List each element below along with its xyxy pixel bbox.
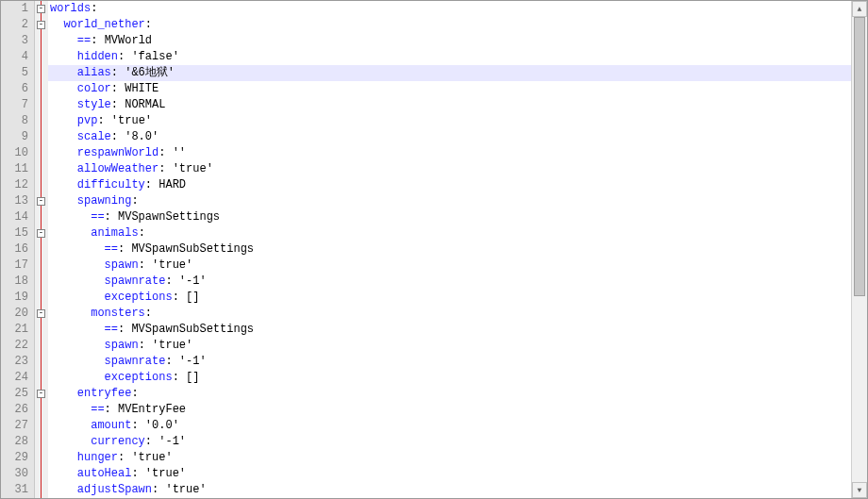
fold-toggle-icon[interactable]: - [37, 21, 45, 29]
code-content[interactable]: spawn: 'true' [48, 338, 867, 354]
code-content[interactable]: respawnWorld: '' [48, 145, 867, 161]
code-content[interactable]: worlds: [48, 1, 867, 17]
yaml-key: exceptions [50, 291, 173, 304]
code-content[interactable]: pvp: 'true' [48, 113, 867, 129]
code-content[interactable]: alias: '&6地狱' [48, 65, 867, 81]
code-content[interactable]: color: WHITE [48, 81, 867, 97]
code-line[interactable]: 21 ==: MVSpawnSubSettings [1, 322, 867, 338]
vertical-scrollbar[interactable]: ▲ ▼ [851, 1, 867, 498]
code-line[interactable]: 27 amount: '0.0' [1, 418, 867, 434]
code-line[interactable]: 9 scale: '8.0' [1, 129, 867, 145]
code-content[interactable]: hunger: 'true' [48, 450, 867, 466]
code-content[interactable]: ==: MVSpawnSubSettings [48, 322, 867, 338]
fold-column [35, 482, 48, 498]
fold-toggle-icon[interactable]: - [37, 229, 45, 238]
code-content[interactable]: exceptions: [] [48, 370, 867, 386]
code-content[interactable]: autoHeal: 'true' [48, 466, 867, 482]
code-content[interactable]: ==: MVSpawnSettings [48, 209, 867, 225]
fold-toggle-icon[interactable]: - [37, 390, 45, 398]
fold-toggle-icon[interactable]: - [37, 5, 45, 13]
code-line[interactable]: 15- animals: [1, 225, 867, 241]
yaml-key: == [50, 323, 118, 336]
code-line[interactable]: 18 spawnrate: '-1' [1, 274, 867, 290]
code-content[interactable]: ==: MVEntryFee [48, 402, 867, 418]
code-content[interactable]: ==: MVSpawnSubSettings [48, 241, 867, 258]
code-content[interactable]: currency: '-1' [48, 434, 867, 450]
line-number: 15 [1, 225, 35, 241]
fold-toggle-icon[interactable]: - [37, 197, 45, 206]
scroll-up-button[interactable]: ▲ [852, 1, 867, 17]
code-line[interactable]: 1-worlds: [1, 1, 867, 17]
code-line[interactable]: 26 ==: MVEntryFee [1, 402, 867, 418]
code-line[interactable]: 20- monsters: [1, 306, 867, 322]
yaml-value: 'true' [111, 114, 152, 127]
yaml-value: MVSpawnSubSettings [131, 242, 254, 256]
fold-column: - [35, 306, 48, 322]
fold-column [35, 65, 48, 81]
code-line[interactable]: 6 color: WHITE [1, 81, 867, 97]
code-line[interactable]: 2- world_nether: [1, 17, 867, 33]
code-line[interactable]: 31 adjustSpawn: 'true' [1, 482, 867, 498]
code-line[interactable]: 7 style: NORMAL [1, 97, 867, 113]
code-line[interactable]: 19 exceptions: [] [1, 290, 867, 306]
yaml-key: spawning [50, 194, 131, 208]
code-editor[interactable]: 1-worlds:2- world_nether:3 ==: MVWorld4 … [1, 1, 867, 498]
code-line[interactable]: 22 spawn: 'true' [1, 338, 867, 354]
code-content[interactable]: spawn: 'true' [48, 258, 867, 274]
code-content[interactable]: difficulty: HARD [48, 177, 867, 193]
code-line[interactable]: 17 spawn: 'true' [1, 258, 867, 274]
scroll-down-button[interactable]: ▼ [852, 482, 867, 498]
code-line[interactable]: 13- spawning: [1, 193, 867, 209]
yaml-colon: : [145, 307, 152, 320]
code-content[interactable]: scale: '8.0' [48, 129, 867, 145]
code-line[interactable]: 30 autoHeal: 'true' [1, 466, 867, 482]
code-content[interactable]: style: NORMAL [48, 97, 867, 113]
yaml-key: amount [50, 419, 131, 432]
yaml-colon: : [91, 34, 104, 47]
code-line[interactable]: 24 exceptions: [] [1, 370, 867, 386]
code-content[interactable]: animals: [48, 225, 867, 241]
line-number: 21 [1, 322, 35, 338]
yaml-value: 'true' [131, 451, 172, 464]
line-number: 18 [1, 274, 35, 290]
code-line[interactable]: 28 currency: '-1' [1, 434, 867, 450]
code-content[interactable]: allowWeather: 'true' [48, 161, 867, 177]
yaml-key: autoHeal [50, 467, 131, 480]
yaml-colon: : [159, 146, 172, 159]
code-content[interactable]: exceptions: [] [48, 290, 867, 306]
code-line[interactable]: 10 respawnWorld: '' [1, 145, 867, 161]
code-line[interactable]: 12 difficulty: HARD [1, 177, 867, 193]
code-line[interactable]: 14 ==: MVSpawnSettings [1, 209, 867, 225]
code-content[interactable]: monsters: [48, 306, 867, 322]
code-line[interactable]: 5 alias: '&6地狱' [1, 65, 867, 81]
scroll-track[interactable] [852, 17, 867, 482]
yaml-key: monsters [50, 307, 145, 320]
code-content[interactable]: hidden: 'false' [48, 49, 867, 65]
code-line[interactable]: 3 ==: MVWorld [1, 33, 867, 49]
code-line[interactable]: 25- entryfee: [1, 386, 867, 402]
yaml-key: style [50, 98, 111, 111]
code-content[interactable]: adjustSpawn: 'true' [48, 482, 867, 498]
code-content[interactable]: spawnrate: '-1' [48, 274, 867, 290]
code-content[interactable]: spawnrate: '-1' [48, 354, 867, 370]
fold-column [35, 466, 48, 482]
code-content[interactable]: ==: MVWorld [48, 33, 867, 49]
scroll-thumb[interactable] [854, 17, 865, 296]
code-line[interactable]: 4 hidden: 'false' [1, 49, 867, 65]
yaml-key: == [50, 242, 118, 256]
code-line[interactable]: 23 spawnrate: '-1' [1, 354, 867, 370]
code-line[interactable]: 11 allowWeather: 'true' [1, 161, 867, 177]
fold-column [35, 161, 48, 177]
code-line[interactable]: 29 hunger: 'true' [1, 450, 867, 466]
line-number: 8 [1, 113, 35, 129]
code-content[interactable]: world_nether: [48, 17, 867, 33]
code-line[interactable]: 16 ==: MVSpawnSubSettings [1, 241, 867, 258]
code-content[interactable]: spawning: [48, 193, 867, 209]
code-line[interactable]: 8 pvp: 'true' [1, 113, 867, 129]
yaml-key: difficulty [50, 178, 145, 191]
yaml-key: spawnrate [50, 274, 165, 288]
code-content[interactable]: entryfee: [48, 386, 867, 402]
code-content[interactable]: amount: '0.0' [48, 418, 867, 434]
yaml-value: 'true' [152, 339, 192, 352]
fold-toggle-icon[interactable]: - [37, 309, 45, 318]
